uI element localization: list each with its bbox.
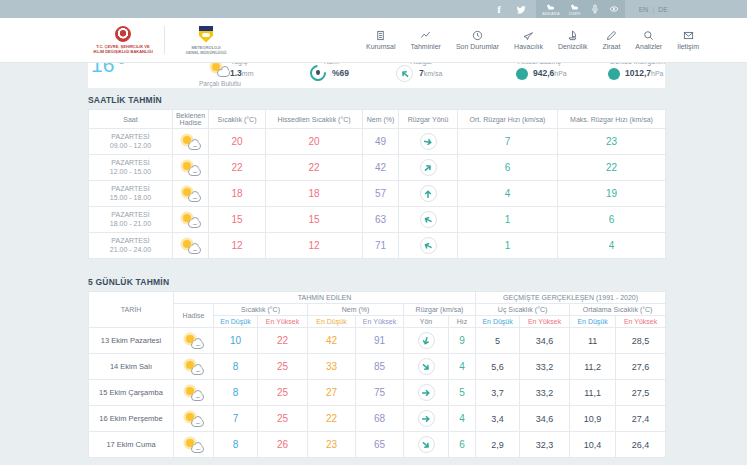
col-hiz: Hız — [449, 316, 476, 328]
hourly-header-row: Saat Beklenen Hadise Sıcaklık (°C) Hisse… — [89, 110, 666, 129]
lang-de[interactable]: DE — [658, 6, 668, 13]
hourly-forecast-section: SAATLİK TAHMİN Saat Beklenen Hadise Sıca… — [88, 95, 665, 259]
pressure-dot-icon — [608, 68, 620, 80]
group-uc-sicaklik: Uç Sıcaklık (°C) — [476, 304, 570, 316]
hourly-avg-wind: 1 — [458, 207, 558, 233]
nav-analizler[interactable]: Analizler — [635, 30, 662, 50]
col-maks-ruzgar: Maks. Rüzgar Hızı (km/sa) — [558, 110, 666, 129]
city-tile-label: İZMİR — [569, 12, 581, 16]
daily-hum-max: 68 — [356, 406, 404, 432]
daily-date: 13 Ekim Pazartesi — [89, 328, 174, 354]
hourly-temp: 15 — [209, 207, 266, 233]
plane-icon — [523, 30, 534, 41]
hourly-temp: 20 — [209, 129, 266, 155]
hourly-max-wind: 4 — [558, 233, 666, 259]
daily-wind-speed: 4 — [449, 354, 476, 380]
main-nav: Kurumsal Tahminler Son Durumlar Havacılı… — [366, 30, 699, 50]
daily-date: 15 Ekim Çarşamba — [89, 380, 174, 406]
daily-ext-max: 33,2 — [520, 380, 570, 406]
col-ruzgar-yonu: Rüzgar Yönü — [399, 110, 458, 129]
city-tile-label: ANKARA — [542, 12, 560, 16]
daily-temp-min: 8 — [214, 432, 258, 458]
city-weather-tile-izmir[interactable]: İZMİR — [569, 3, 581, 16]
hourly-row: PAZARTESİ 12.00 - 15.00 22 22 42 6 22 — [89, 155, 666, 181]
daily-avg-min: 11,1 — [570, 380, 616, 406]
hourly-max-wind: 22 — [558, 155, 666, 181]
mgm-logo[interactable]: METEOROLOJİ GENEL MÜDÜRLÜĞÜ — [175, 26, 237, 55]
daily-section-title: 5 GÜNLÜK TAHMİN — [88, 277, 665, 287]
nav-tahminler[interactable]: Tahminler — [411, 30, 441, 50]
wind-direction-icon — [420, 185, 437, 202]
nav-denizcilik[interactable]: Denizcilik — [558, 30, 588, 50]
daily-hum-min: 22 — [308, 406, 356, 432]
daily-row: 16 Ekim Perşembe 7 25 22 68 4 3,4 34,6 1… — [89, 406, 666, 432]
ministry-emblem-icon — [115, 26, 131, 42]
ministry-logo[interactable]: T.C. ÇEVRE, ŞEHİRCİLİK VE İKLİM DEĞİŞİKL… — [92, 26, 154, 54]
hourly-forecast-table: Saat Beklenen Hadise Sıcaklık (°C) Hisse… — [88, 109, 666, 259]
col-ext-max: En Yüksek — [520, 316, 570, 328]
col-hum-max: En Yüksek — [356, 316, 404, 328]
daily-hum-min: 42 — [308, 328, 356, 354]
col-temp-min: En Düşük — [214, 316, 258, 328]
daily-wind-speed: 9 — [449, 328, 476, 354]
daily-temp-min: 7 — [214, 406, 258, 432]
daily-row: 17 Ekim Cuma 8 26 23 65 6 2,9 32,3 10,4 … — [89, 432, 666, 458]
partly-cloudy-icon — [180, 239, 202, 254]
daily-avg-min: 10,9 — [570, 406, 616, 432]
wind-direction-icon — [418, 410, 435, 427]
hourly-day: PAZARTESİ — [89, 159, 172, 168]
daily-date: 14 Ekim Salı — [89, 354, 174, 380]
daily-temp-max: 26 — [258, 432, 308, 458]
col-saat: Saat — [89, 110, 173, 129]
hourly-avg-wind: 6 — [458, 155, 558, 181]
hourly-time-range: 18.00 - 21.00 — [89, 220, 172, 229]
pressure-dot-icon — [516, 68, 528, 80]
partly-cloudy-icon — [183, 412, 205, 427]
eye-icon[interactable] — [609, 0, 619, 18]
nav-son-durumlar[interactable]: Son Durumlar — [456, 30, 499, 50]
hourly-temp: 12 — [209, 233, 266, 259]
daily-ext-min: 2,9 — [476, 432, 520, 458]
hourly-feels-like: 18 — [266, 181, 363, 207]
language-switch: EN | DE — [639, 6, 668, 13]
wind-direction-icon — [420, 237, 437, 254]
partly-cloudy-icon — [180, 135, 202, 150]
ministry-name: T.C. ÇEVRE, ŞEHİRCİLİK VE İKLİM DEĞİŞİKL… — [93, 44, 153, 54]
wind-direction-icon — [420, 133, 437, 150]
partly-cloudy-icon — [183, 386, 205, 401]
hourly-max-wind: 23 — [558, 129, 666, 155]
nav-havacilik[interactable]: Havacılık — [514, 30, 543, 50]
city-weather-tile-ankara[interactable]: ANKARA — [542, 3, 560, 16]
mgm-name: METEOROLOJİ GENEL MÜDÜRLÜĞÜ — [185, 45, 226, 55]
col-avg-min: En Düşük — [570, 316, 616, 328]
hourly-time-range: 12.00 - 15.00 — [89, 168, 172, 177]
daily-temp-min: 10 — [214, 328, 258, 354]
lang-en[interactable]: EN — [639, 6, 649, 13]
hourly-row: PAZARTESİ 21.00 - 24.00 12 12 71 1 4 — [89, 233, 666, 259]
hourly-avg-wind: 4 — [458, 181, 558, 207]
facebook-icon[interactable]: f — [492, 2, 506, 16]
nav-ziraat[interactable]: Ziraat — [602, 30, 620, 50]
col-hadise: Hadise — [174, 304, 214, 328]
daily-avg-min: 10,4 — [570, 432, 616, 458]
col-temp-max: En Yüksek — [258, 316, 308, 328]
wind-direction-icon — [396, 65, 413, 82]
col-sicaklik: Sıcaklık (°C) — [209, 110, 266, 129]
daily-forecast-table: TARİH TAHMİN EDİLEN GEÇMİŞTE GERÇEKLEŞEN… — [88, 291, 666, 458]
daily-row: 15 Ekim Çarşamba 8 25 27 75 5 3,7 33,2 1… — [89, 380, 666, 406]
daily-date: 17 Ekim Cuma — [89, 432, 174, 458]
group-sicaklik: Sıcaklık (°C) — [214, 304, 308, 316]
logo-area: T.C. ÇEVRE, ŞEHİRCİLİK VE İKLİM DEĞİŞİKL… — [92, 26, 237, 55]
twitter-icon[interactable] — [514, 2, 528, 16]
hourly-day: PAZARTESİ — [89, 237, 172, 246]
daily-temp-max: 22 — [258, 328, 308, 354]
microphone-icon[interactable] — [590, 0, 600, 18]
daily-ext-min: 5,6 — [476, 354, 520, 380]
col-hum-min: En Düşük — [308, 316, 356, 328]
daily-row: 13 Ekim Pazartesi 10 22 42 91 9 5 34,6 1… — [89, 328, 666, 354]
wind-direction-icon — [420, 211, 437, 228]
nav-iletisim[interactable]: İletişim — [677, 30, 699, 50]
envelope-icon — [683, 30, 694, 41]
sailboat-icon — [567, 30, 578, 41]
nav-kurumsal[interactable]: Kurumsal — [366, 30, 396, 50]
